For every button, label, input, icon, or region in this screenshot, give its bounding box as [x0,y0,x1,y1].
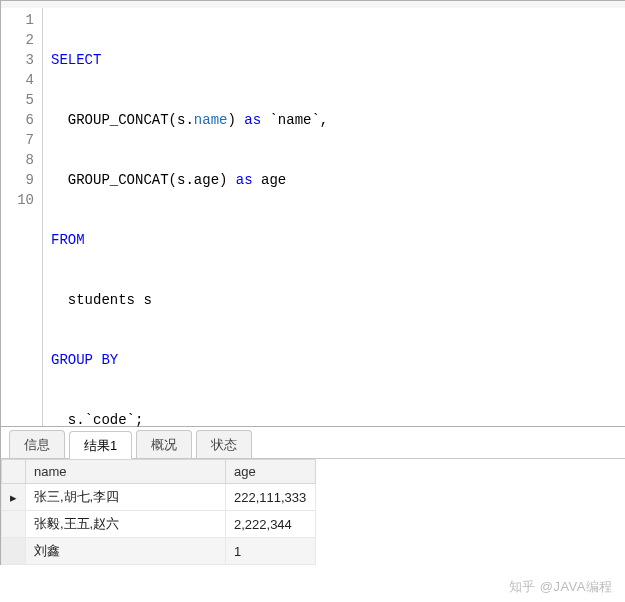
code-text: ) [227,112,244,128]
code-text: s.`code`; [51,412,143,428]
line-number: 9 [1,170,34,190]
row-marker [2,511,26,538]
kw-as: as [236,172,253,188]
line-gutter: 12345678910 [1,8,43,426]
tab-结果1[interactable]: 结果1 [69,431,132,459]
line-number: 3 [1,50,34,70]
line-number: 8 [1,150,34,170]
tab-状态[interactable]: 状态 [196,430,252,458]
row-marker: ▸ [2,484,26,511]
code-text: age [253,172,287,188]
line-number: 4 [1,70,34,90]
line-number: 7 [1,130,34,150]
tab-信息[interactable]: 信息 [9,430,65,458]
kw-as: as [244,112,261,128]
tab-概况[interactable]: 概况 [136,430,192,458]
code-text: students s [51,292,152,308]
line-number: 5 [1,90,34,110]
code-text: GROUP_CONCAT(s. [51,112,194,128]
code-area[interactable]: SELECT GROUP_CONCAT(s.name) as `name`, G… [43,8,625,426]
line-number: 10 [1,190,34,210]
code-ident: name [194,112,228,128]
row-marker [2,538,26,565]
kw-group-by: GROUP BY [51,352,118,368]
kw-from: FROM [51,232,85,248]
code-text: GROUP_CONCAT(s.age) [51,172,236,188]
code-text: `name`, [261,112,328,128]
sql-editor[interactable]: 12345678910 SELECT GROUP_CONCAT(s.name) … [0,8,625,426]
line-number: 6 [1,110,34,130]
kw-select: SELECT [51,52,101,68]
row-handle-header [2,460,26,484]
line-number: 2 [1,30,34,50]
line-number: 1 [1,10,34,30]
window-top-border [0,0,625,8]
